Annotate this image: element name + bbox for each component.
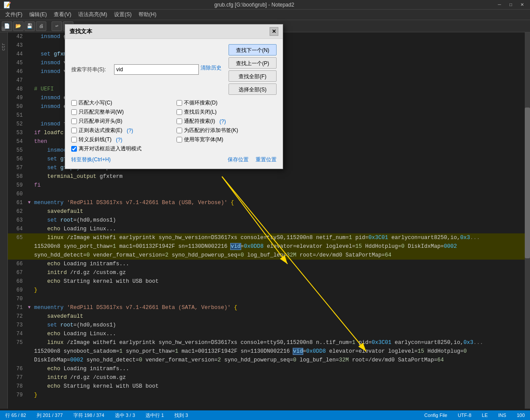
search-label: 搜索字符串(S): — [71, 66, 111, 73]
wildcard-help-link[interactable]: (?) — [219, 118, 226, 125]
checkbox-wildcard[interactable] — [177, 118, 182, 124]
line-59: 59 fi — [8, 181, 525, 190]
checkbox-match-case[interactable] — [71, 100, 77, 106]
status-zoom: 100 — [515, 413, 527, 418]
line-79: 79 } — [8, 391, 525, 399]
line-66: 66 echo Loading initramfs... — [8, 260, 525, 268]
select-all-button[interactable]: 选择全部(S) — [229, 83, 277, 95]
scrollbar[interactable] — [525, 32, 530, 409]
toolbar-new[interactable]: 📄 — [2, 21, 12, 31]
menu-view[interactable]: 查看(V) — [50, 10, 75, 19]
toolbar-save[interactable]: 💾 — [24, 21, 35, 31]
checkbox-bookmark[interactable] — [177, 128, 182, 133]
reset-position-link[interactable]: 重置位置 — [256, 156, 277, 163]
search-input-wrap: 清除历史 — [114, 64, 222, 75]
option-word-start: 只匹配单词开头(B) — [71, 118, 171, 125]
close-window-button[interactable]: ✕ — [518, 1, 527, 8]
scrollbar-thumb[interactable] — [525, 108, 530, 258]
dialog-body: 搜索字符串(S): 清除历史 查找下一个(N) 查找上一个(P) 查找全部(F)… — [65, 39, 283, 169]
clear-history-link[interactable]: 清除历史 — [201, 64, 222, 75]
line-72: 72 savedefault — [8, 312, 525, 321]
status-bar: 行 65 / 82 列 201 / 377 字符 198 / 374 选中 3 … — [0, 410, 530, 420]
checkbox-regex[interactable] — [71, 128, 77, 133]
status-config-file: Config File — [423, 413, 449, 418]
option-fullwidth: 使用等宽字体(M) — [177, 136, 277, 143]
checkbox-escape[interactable] — [71, 137, 77, 142]
checkbox-word-start[interactable] — [71, 118, 77, 124]
find-all-button[interactable]: 查找全部(F) — [229, 70, 277, 82]
status-selection: 选中 3 / 3 — [113, 412, 137, 419]
line-77: 77 initrd /rd.gz /custom.gz — [8, 373, 525, 382]
dialog-title-text: 查找文本 — [69, 28, 92, 35]
status-col: 列 201 / 377 — [35, 412, 65, 419]
checkbox-close-on-find[interactable] — [177, 109, 182, 115]
sidebar-label-ctr: ctr — [1, 43, 6, 51]
line-75-cont2: 75 DiskIdxMap=0002 syno_hdd_detect=0 ven… — [8, 356, 525, 364]
find-next-button[interactable]: 查找下一个(N) — [229, 44, 277, 56]
status-encoding-sel: 选中行 1 — [144, 412, 166, 419]
line-73: 73 set root=(hd0,msdos1) — [8, 321, 525, 330]
line-65-cont1: 65 115200n8 syno_port_thaw=1 mac1=001132… — [8, 242, 525, 251]
line-68: 68 echo Starting kernel with USB boot — [8, 277, 525, 286]
line-74: 74 echo Loading Linux... — [8, 330, 525, 338]
minimize-button[interactable]: ─ — [495, 1, 504, 8]
line-69: 69 } — [8, 286, 525, 295]
status-le: LE — [480, 413, 489, 418]
options-col-left: 匹配大小写(C) 只匹配完整单词(W) 只匹配单词开头(B) 正则表达式搜索(E… — [71, 99, 171, 153]
menu-file[interactable]: 文件(F) — [2, 10, 26, 19]
menu-edit[interactable]: 编辑(E) — [26, 10, 50, 19]
toolbar-print[interactable]: 🖨 — [36, 21, 46, 31]
maximize-button[interactable]: □ — [506, 1, 515, 8]
option-regex: 正则表达式搜索(E) (?) — [71, 127, 171, 134]
line-60: 60 — [8, 190, 525, 198]
options-col-right: 不循环搜索(D) 查找后关闭(L) 通配符搜索(I) (?) 为匹配的行添加书签… — [177, 99, 277, 153]
checkbox-whole-word[interactable] — [71, 109, 77, 115]
window-title: grub.cfg [G:\boot\grub] - Notepad2 — [14, 2, 495, 8]
status-ins: INS — [496, 413, 508, 418]
toolbar-open[interactable]: 📂 — [13, 21, 24, 31]
regex-help-link[interactable]: (?) — [127, 128, 133, 134]
checkbox-transparent[interactable] — [71, 146, 77, 152]
line-62: 62 savedefault — [8, 207, 525, 216]
escape-help-link[interactable]: (?) — [116, 137, 122, 143]
menu-help[interactable]: 帮助(H) — [135, 10, 160, 19]
line-71: 71 ▼ menuentry 'RedPill DS3617xs v7.1-42… — [8, 303, 525, 312]
line-65-cont2: 65 syno_hdd_detect=0 vender_format_versi… — [8, 251, 525, 260]
option-no-wrap: 不循环搜索(D) — [177, 99, 277, 107]
option-bookmark: 为匹配的行添加书签(K) — [177, 127, 277, 134]
line-70: 70 — [8, 295, 525, 303]
save-position-link[interactable]: 保存位置 — [228, 156, 249, 163]
line-67: 67 initrd /rd.gz /custom.gz — [8, 268, 525, 277]
line-63: 63 set root=(hd0,msdos1) — [8, 216, 525, 225]
goto-replace-link[interactable]: 转至替换(Ctrl+H) — [71, 156, 111, 163]
option-close-on-find: 查找后关闭(L) — [177, 108, 277, 116]
app-icon: 📝 — [3, 1, 11, 8]
options-section: 匹配大小写(C) 只匹配完整单词(W) 只匹配单词开头(B) 正则表达式搜索(E… — [71, 99, 277, 153]
line-61: 61 ▼ menuentry 'RedPill DS3617xs v7.1-42… — [8, 198, 525, 207]
dialog-close-button[interactable]: ✕ — [270, 27, 278, 36]
menu-syntax[interactable]: 语法高亮(M) — [75, 10, 111, 19]
status-utf8: UTF-8 — [456, 413, 473, 418]
menu-bar: 文件(F) 编辑(E) 查看(V) 语法高亮(M) 设置(S) 帮助(H) — [0, 10, 530, 20]
line-78: 78 echo Starting kernel with USB boot — [8, 382, 525, 391]
line-76: 76 echo Loading initramfs... — [8, 364, 525, 373]
status-found: 找到 3 — [173, 412, 190, 419]
line-75-cont1: 75 115200n8 synoboot_satadom=1 syno_port… — [8, 347, 525, 356]
option-escape: 转义反斜线(T) (?) — [71, 136, 171, 143]
window-controls: ─ □ ✕ — [495, 1, 527, 8]
title-bar: 📝 grub.cfg [G:\boot\grub] - Notepad2 ─ □… — [0, 0, 530, 10]
line-58: 58 terminal_output gfxterm — [8, 172, 525, 181]
save-reset-row: 转至替换(Ctrl+H) 保存位置 重置位置 — [71, 156, 277, 163]
checkbox-fullwidth[interactable] — [177, 137, 182, 142]
menu-settings[interactable]: 设置(S) — [111, 10, 135, 19]
checkbox-no-wrap[interactable] — [177, 100, 182, 106]
search-input[interactable] — [114, 64, 199, 75]
left-sidebar: 用 ctr — [0, 32, 8, 409]
dialog-title-bar[interactable]: 查找文本 ✕ — [65, 24, 283, 39]
status-line-col: 行 65 / 82 — [3, 412, 28, 419]
line-75: 75 linux /zImage withefi earlyprintk syn… — [8, 338, 525, 347]
toolbar-undo[interactable]: ↩ — [52, 21, 62, 31]
option-whole-word: 只匹配完整单词(W) — [71, 108, 171, 116]
find-buttons: 查找下一个(N) 查找上一个(P) 查找全部(F) 选择全部(S) — [229, 44, 277, 95]
find-prev-button[interactable]: 查找上一个(P) — [229, 57, 277, 69]
